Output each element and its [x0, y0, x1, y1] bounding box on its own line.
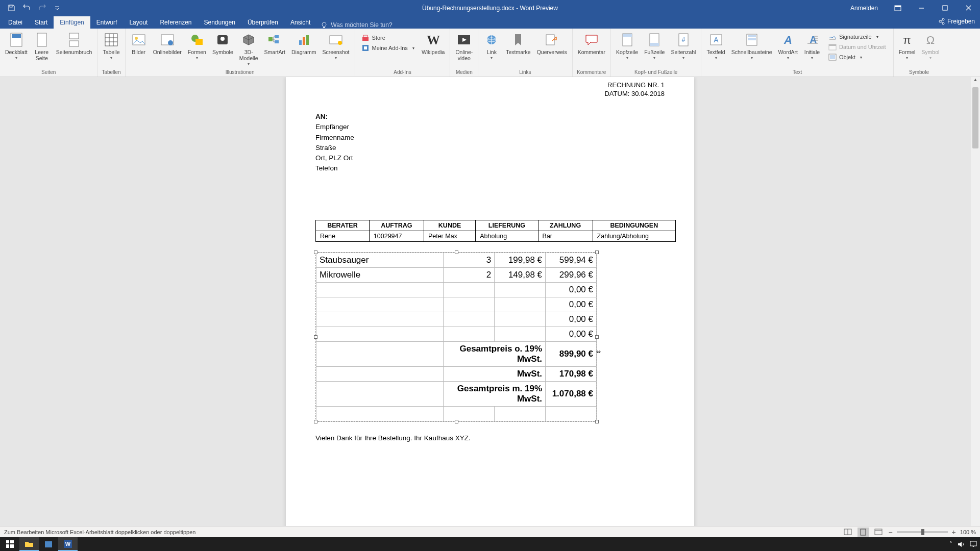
smartart-button[interactable]: SmartArt	[261, 31, 288, 56]
minimize-icon[interactable]	[910, 0, 933, 16]
pagenumber-icon: #	[675, 32, 692, 48]
onlinevideo-button[interactable]: Online- video	[452, 31, 476, 62]
zoom-out-icon[interactable]: −	[888, 528, 892, 536]
resize-handle[interactable]	[314, 335, 317, 339]
initiale-button[interactable]: AInitiale▾	[801, 31, 823, 61]
tellme-search[interactable]: Was möchten Sie tun?	[321, 21, 392, 29]
resize-handle[interactable]	[595, 335, 599, 339]
svg-rect-38	[623, 34, 632, 37]
kopfzeile-button[interactable]: Kopfzeile▾	[613, 31, 641, 61]
textmarke-button[interactable]: Textmarke	[503, 31, 533, 56]
tab-start[interactable]: Start	[29, 16, 54, 29]
svg-rect-46	[748, 35, 756, 37]
tab-referenzen[interactable]: Referenzen	[154, 16, 198, 29]
wikipedia-button[interactable]: WWikipedia	[419, 31, 448, 56]
tab-einfuegen[interactable]: Einfügen	[54, 16, 90, 29]
svg-rect-57	[861, 529, 866, 535]
invoice-date: DATUM: 30.04.2018	[315, 90, 665, 97]
vertical-scrollbar[interactable]: ▲ ▼	[971, 77, 980, 537]
querverweis-button[interactable]: Querverweis	[534, 31, 570, 56]
blank-page-button[interactable]: Leere Seite	[31, 31, 53, 62]
svg-rect-24	[275, 40, 279, 43]
qat-customize-icon[interactable]	[53, 4, 61, 12]
tab-datei[interactable]: Datei	[2, 16, 29, 29]
ribbon-display-icon[interactable]	[886, 0, 910, 16]
link-button[interactable]: Link▾	[480, 31, 503, 61]
svg-rect-31	[364, 46, 367, 49]
svg-text:A: A	[783, 34, 792, 46]
zoom-level[interactable]: 100 %	[960, 529, 976, 535]
diagramm-button[interactable]: Diagramm	[288, 31, 319, 56]
scroll-up-icon[interactable]: ▲	[971, 77, 980, 86]
smartart-icon	[266, 32, 283, 48]
tabelle-button[interactable]: Tabelle▾	[100, 31, 122, 61]
group-kopffuss: Kopfzeile▾ Fußzeile▾ #Seitenzahl▾ Kopf- …	[611, 29, 702, 77]
resize-handle[interactable]	[455, 251, 458, 254]
formen-button[interactable]: Formen▾	[185, 31, 209, 61]
tab-entwurf[interactable]: Entwurf	[90, 16, 124, 29]
tab-layout[interactable]: Layout	[123, 16, 154, 29]
datum-button[interactable]: Datum und Uhrzeit	[825, 42, 889, 52]
table-row: 0,00 €	[316, 312, 597, 327]
svg-point-4	[322, 22, 326, 27]
wordart-button[interactable]: AWordArt▾	[775, 31, 801, 61]
tray-chevron-icon[interactable]: ˄	[949, 541, 952, 547]
resize-handle[interactable]	[595, 420, 599, 423]
system-tray[interactable]: ˄	[949, 541, 977, 547]
zoom-slider[interactable]	[897, 531, 948, 533]
tab-ansicht[interactable]: Ansicht	[284, 16, 316, 29]
svg-rect-3	[943, 6, 947, 10]
embedded-excel-object[interactable]: ⇔ Staubsauger 3 199,98 € 599,94 €Mikrowe…	[315, 252, 597, 422]
resize-handle[interactable]	[455, 420, 458, 423]
3d-models-icon	[240, 32, 257, 48]
onlinebilder-button[interactable]: Onlinebilder	[150, 31, 185, 56]
signatur-button[interactable]: Signaturzeile▾	[825, 32, 889, 42]
zoom-in-icon[interactable]: +	[952, 528, 956, 536]
page-break-button[interactable]: Seitenumbruch	[53, 31, 95, 56]
svg-point-29	[338, 41, 342, 45]
taskbar-app[interactable]	[39, 537, 58, 551]
document-page[interactable]: RECHNUNG NR. 1 DATUM: 30.04.2018 AN: Emp…	[286, 77, 694, 537]
maximize-icon[interactable]	[933, 0, 957, 16]
meine-addins-button[interactable]: Meine Add-Ins▾	[358, 43, 418, 53]
start-button[interactable]	[0, 537, 19, 551]
resize-handle[interactable]	[314, 420, 317, 423]
print-layout-icon[interactable]	[857, 528, 869, 537]
resize-handle[interactable]	[314, 251, 317, 254]
undo-icon[interactable]	[22, 4, 31, 12]
symbol-button[interactable]: ΩSymbol▾	[918, 31, 942, 61]
tray-notifications-icon[interactable]	[970, 541, 977, 547]
kommentar-button[interactable]: Kommentar	[575, 31, 608, 56]
share-button[interactable]: Freigeben	[938, 18, 975, 25]
schnellbausteine-button[interactable]: Schnellbausteine▾	[728, 31, 775, 61]
textfeld-button[interactable]: ATextfeld▾	[703, 31, 728, 61]
seitenzahl-button[interactable]: #Seitenzahl▾	[668, 31, 699, 61]
deckblatt-button[interactable]: Deckblatt▾	[2, 31, 31, 61]
table-row: BERATER AUFTRAG KUNDE LIEFERUNG ZAHLUNG …	[316, 220, 676, 231]
screenshot-button[interactable]: Screenshot▾	[319, 31, 352, 61]
store-button[interactable]: Store	[358, 33, 418, 43]
crossref-icon	[544, 32, 560, 48]
signin-link[interactable]: Anmelden	[842, 5, 886, 12]
objekt-button[interactable]: Objekt▾	[825, 52, 889, 62]
tab-ueberpruefen[interactable]: Überprüfen	[241, 16, 284, 29]
fusszeile-button[interactable]: Fußzeile▾	[641, 31, 668, 61]
table-row: 0,00 €	[316, 327, 597, 341]
symbole-button[interactable]: Symbole	[209, 31, 236, 56]
tray-volume-icon[interactable]	[958, 541, 965, 547]
3dmodelle-button[interactable]: 3D- Modelle▾	[236, 31, 261, 67]
svg-rect-23	[275, 35, 279, 38]
tab-sendungen[interactable]: Sendungen	[198, 16, 241, 29]
close-icon[interactable]	[957, 0, 980, 16]
taskbar-explorer[interactable]	[19, 537, 39, 551]
save-icon[interactable]	[7, 4, 15, 12]
statusbar: Zum Bearbeiten Microsoft Excel-Arbeitsbl…	[0, 526, 980, 537]
bilder-button[interactable]: Bilder	[128, 31, 150, 56]
read-mode-icon[interactable]	[842, 528, 853, 537]
formel-button[interactable]: πFormel▾	[896, 31, 919, 61]
redo-icon[interactable]	[38, 4, 46, 12]
web-layout-icon[interactable]	[873, 528, 884, 537]
taskbar-word[interactable]: W	[58, 537, 78, 551]
scroll-thumb[interactable]	[972, 87, 978, 148]
resize-handle[interactable]	[595, 251, 599, 254]
